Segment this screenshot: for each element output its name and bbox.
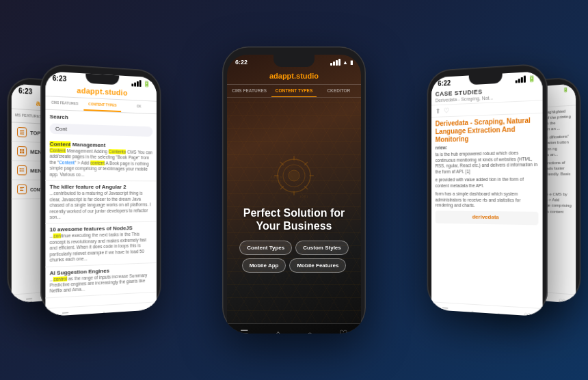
btn-mobile-app[interactable]: Mobile App (242, 258, 286, 273)
hero-buttons[interactable]: Content Types Custom Styles Mobile App M… (237, 241, 351, 273)
bar3-l1 (137, 81, 139, 86)
result-3-text: ...continue executing the next tasks in … (50, 232, 153, 264)
result-2-text: ...contributed to a maturing of Javascri… (50, 191, 153, 220)
svg-rect-0 (20, 130, 24, 131)
hero-headline: Perfect Solution for Your Business (237, 206, 351, 232)
svg-rect-10 (21, 171, 24, 172)
nav-heart-r2[interactable]: ♡ (559, 297, 566, 304)
result-2[interactable]: The killer feature of Angular 2 ...contr… (45, 181, 157, 224)
svg-rect-5 (20, 152, 22, 154)
nav-home-center[interactable]: ⌂ (276, 328, 281, 334)
svg-rect-13 (20, 190, 23, 191)
battery-r2: 🔋 (563, 87, 569, 93)
hl-control: control (53, 276, 67, 282)
battery-l1: 🔋 (143, 80, 150, 87)
bottom-nav-r1: ☰ ⌂ ⌕ ♡ (431, 301, 543, 316)
highlight-1: Content (50, 141, 71, 148)
result-3[interactable]: 10 awesome features of NodeJS ...continu… (45, 222, 157, 267)
hero-suffix: .studio (294, 72, 319, 80)
result-4[interactable]: AI Suggestion Engines ...control as the … (45, 262, 157, 298)
svg-text:0 1 0 1 1: 0 1 0 1 1 (271, 179, 282, 182)
nav-home-l1[interactable]: ⌂ (101, 309, 106, 317)
battery-r1: 🔋 (528, 74, 535, 82)
hero-tab-content[interactable]: CONTENT TYPES (271, 85, 316, 97)
hero-time: 6:22 (235, 59, 248, 66)
nav-search-r1[interactable]: ⌕ (496, 310, 501, 317)
hero-tab-cms[interactable]: CMS FEATURES (227, 85, 271, 97)
notch-center (273, 55, 315, 67)
search-container: Search Cont (45, 110, 157, 141)
case-para-2: e provided with value added tion in the … (436, 177, 539, 189)
result-2-title: The killer feature of Angular 2 (50, 184, 153, 190)
svg-text:1 0 1 1 0: 1 0 1 1 0 (271, 176, 282, 179)
nav-search-l1[interactable]: ⌕ (137, 306, 142, 316)
btn-mobile-features[interactable]: Mobile Features (289, 258, 346, 273)
hero-nav[interactable]: CMS FEATURES CONTENT TYPES CKEDITOR (227, 85, 361, 98)
bar4-r1 (524, 75, 526, 82)
bar2-c (333, 62, 335, 66)
nav-menu-r1[interactable]: ☰ (442, 306, 449, 316)
bar4-c (338, 59, 340, 66)
nav-menu-icon[interactable]: ☰ (25, 297, 33, 303)
nav-menu-center[interactable]: ☰ (240, 328, 249, 334)
case-article-title: Derivedata - Scraping, Natural Language … (431, 113, 543, 146)
tab-cms-l1[interactable]: CMS FEATURES (45, 96, 83, 111)
share-icon[interactable]: ⬆ (436, 107, 440, 115)
case-para-3: form has a simple dashboard which system… (436, 191, 539, 209)
result-4-text: ...control as the range of inputs increa… (50, 272, 153, 295)
btn-custom-styles[interactable]: Custom Styles (295, 241, 349, 255)
heart-icon[interactable]: ♡ (444, 107, 449, 114)
hl-cont: o (124, 150, 126, 154)
svg-rect-11 (20, 187, 24, 188)
hero-accent: appt (278, 72, 294, 80)
nav-heart-r1[interactable]: ♡ (524, 311, 531, 316)
hl-cont2: con (53, 234, 61, 239)
hero-tab-ck[interactable]: CKEDITOR (317, 85, 361, 97)
bar2-l1 (134, 82, 136, 86)
svg-point-9 (20, 170, 21, 172)
menu-svg-content (19, 187, 25, 192)
svg-rect-12 (20, 189, 23, 189)
hero-prefix: ad (269, 72, 278, 80)
menu-icon-content (17, 185, 27, 194)
menu-svg-top (19, 129, 25, 135)
hl-content3: content (90, 161, 105, 165)
nav-heart-center[interactable]: ♡ (339, 328, 348, 334)
time-left2: 6:23 (18, 87, 32, 96)
nav-menu-l1[interactable]: ☰ (62, 311, 70, 317)
search-results: Content Management Content Management Ad… (45, 138, 157, 308)
bar1-r1 (516, 80, 518, 83)
bar3-c (336, 60, 338, 66)
svg-rect-2 (20, 133, 24, 134)
case-para-1: ta is the hub empowered robust which doe… (436, 150, 539, 175)
time-left1: 6:23 (53, 74, 66, 83)
hero-status-icons: ▲ ▮ (330, 59, 353, 66)
hero-text: Perfect Solution for Your Business (237, 206, 351, 232)
hero-app-header: adappt.studio (227, 68, 361, 85)
result-1-text: Content Management Adding Contento CMS Y… (50, 148, 153, 178)
svg-rect-6 (23, 152, 25, 154)
svg-rect-1 (20, 132, 24, 133)
link-content: Content (59, 160, 75, 165)
tab-content-l1[interactable]: CONTENT TYPES (84, 98, 121, 112)
hero-bottom-nav: ☰ ⌂ ⌕ ♡ (227, 323, 361, 334)
hero-main: 1 0 1 1 0 0 1 0 1 1 1 0 0 1 Perfect Solu… (227, 98, 361, 323)
search-label: Search (50, 112, 153, 125)
signal-l1 (131, 79, 141, 87)
title-suffix-l1: .studio (103, 87, 128, 97)
result-1[interactable]: Content Management Content Management Ad… (45, 138, 157, 182)
btn-content-types[interactable]: Content Types (239, 241, 292, 255)
status-icons-r1: 🔋 (516, 74, 536, 83)
battery-center: ▮ (350, 59, 353, 66)
bar1-l1 (131, 83, 133, 86)
nav-search-center[interactable]: ⌕ (307, 328, 312, 334)
menu-icon-top (17, 127, 27, 137)
nav-home-r1[interactable]: ⌂ (470, 308, 475, 317)
bottom-spacer-r1: ☰ ⌂ ⌕ ♡ (431, 301, 543, 316)
menu-svg-list (19, 167, 25, 173)
phone-right1: 6:22 🔋 CASE STUDIES Derivedata - Scrapin… (427, 63, 548, 317)
hl-content2: Content (109, 149, 124, 154)
search-bar[interactable]: Cont (50, 123, 153, 137)
bar2-r1 (518, 79, 520, 83)
tab-ck-l1[interactable]: CK (121, 100, 157, 113)
